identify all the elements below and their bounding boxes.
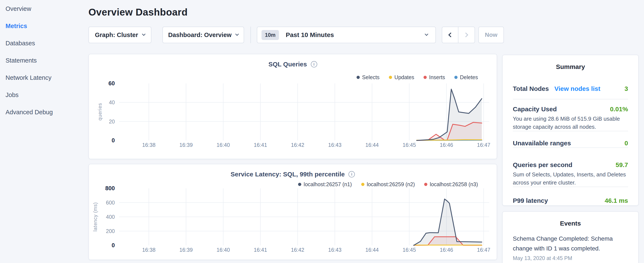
svg-text:200: 200 [106, 228, 115, 234]
event-timestamp: May 13, 2020 at 4:45 PM [513, 255, 628, 261]
svg-text:16:41: 16:41 [254, 247, 267, 253]
svg-text:16:47: 16:47 [477, 142, 490, 148]
svg-text:0: 0 [112, 137, 115, 144]
legend-item: Updates [389, 74, 414, 80]
info-icon[interactable]: i [311, 61, 317, 68]
legend-item: Deletes [454, 74, 478, 80]
legend-item: Selects [356, 74, 380, 80]
summary-row-value: 46.1 ms [605, 196, 628, 205]
graph-scope-dropdown-label: Graph: Cluster [95, 32, 138, 39]
dashboard-dropdown-label: Dashboard: Overview [168, 32, 232, 39]
chart-title: Service Latency: SQL, 99th percentile [231, 171, 345, 178]
next-range-button-disabled[interactable] [458, 27, 474, 43]
summary-row-label: P99 latency [513, 196, 548, 205]
svg-text:16:47: 16:47 [477, 247, 490, 253]
svg-text:16:46: 16:46 [440, 142, 453, 148]
svg-text:0: 0 [112, 242, 115, 248]
time-range-pager [442, 27, 475, 43]
event-list-item[interactable]: Schema Change Completed: Schema change w… [502, 234, 638, 261]
legend-item: Inserts [424, 74, 445, 80]
svg-text:16:39: 16:39 [180, 142, 193, 148]
svg-text:16:43: 16:43 [328, 142, 342, 148]
sidebar-item-metrics[interactable]: Metrics [6, 23, 82, 29]
summary-row-label: Total Nodes [513, 85, 549, 93]
svg-text:16:45: 16:45 [403, 142, 416, 148]
svg-text:16:43: 16:43 [328, 247, 342, 253]
summary-row-value: 59.7 [616, 161, 628, 169]
sidebar: Overview Metrics Databases Statements Ne… [6, 6, 82, 126]
svg-text:40: 40 [109, 99, 115, 105]
time-range-badge: 10m [262, 30, 279, 40]
summary-row-value: 0 [624, 139, 628, 147]
toolbar-divider [250, 27, 251, 43]
sidebar-item-jobs[interactable]: Jobs [6, 92, 82, 98]
sidebar-item-statements[interactable]: Statements [6, 57, 82, 64]
summary-row-capacity-used: Capacity Used 0.01% You are using 28.6 M… [513, 99, 628, 131]
summary-title: Summary [502, 63, 638, 71]
summary-row-label: Capacity Used [513, 105, 557, 113]
time-range-label: Past 10 Minutes [286, 31, 334, 39]
legend-dot-icon [454, 76, 458, 79]
svg-text:16:44: 16:44 [366, 142, 379, 148]
view-nodes-list-link[interactable]: View nodes list [554, 85, 600, 93]
svg-text:16:46: 16:46 [440, 247, 453, 253]
svg-text:16:42: 16:42 [291, 142, 304, 148]
chevron-down-icon [142, 32, 146, 36]
graph-scope-dropdown[interactable]: Graph: Cluster [88, 27, 152, 43]
svg-text:600: 600 [106, 200, 115, 205]
legend-dot-icon [356, 76, 360, 79]
sidebar-item-databases[interactable]: Databases [6, 40, 82, 46]
svg-text:16:39: 16:39 [180, 247, 193, 253]
sidebar-item-network-latency[interactable]: Network Latency [6, 75, 82, 81]
dashboard-dropdown[interactable]: Dashboard: Overview [162, 27, 244, 43]
chevron-down-icon [235, 32, 239, 36]
now-button-disabled[interactable]: Now [478, 27, 504, 43]
svg-text:16:45: 16:45 [403, 247, 416, 253]
summary-row-total-nodes: Total Nodes View nodes list 3 [513, 85, 628, 99]
summary-row-description: Sum of Selects, Updates, Inserts, and De… [513, 170, 628, 187]
svg-text:400: 400 [106, 214, 115, 220]
summary-row-value: 0.01% [610, 105, 628, 113]
time-range-selector[interactable]: 10m Past 10 Minutes [257, 27, 436, 43]
event-text: Schema Change Completed: Schema change w… [513, 234, 628, 253]
summary-row-label: Queries per second [513, 161, 572, 169]
events-title: Events [502, 220, 638, 227]
sql-queries-plot: 16:3816:3916:4016:4116:4216:4316:4416:45… [94, 80, 494, 151]
svg-text:16:40: 16:40 [217, 247, 230, 253]
chart-legend: SelectsUpdatesInsertsDeletes [347, 74, 478, 80]
summary-row-label: Unavailable ranges [513, 139, 571, 147]
summary-row-queries-per-second: Queries per second 59.7 Sum of Selects, … [513, 148, 628, 187]
svg-text:16:38: 16:38 [142, 142, 156, 148]
legend-dot-icon [389, 76, 392, 79]
svg-text:16:38: 16:38 [142, 247, 156, 253]
prev-range-button[interactable] [442, 27, 458, 43]
legend-dot-icon [424, 76, 427, 79]
chart-title: SQL Queries [268, 61, 307, 68]
service-latency-plot: 16:3816:3916:4016:4116:4216:4316:4416:45… [94, 185, 494, 255]
svg-text:16:41: 16:41 [254, 142, 267, 148]
svg-text:20: 20 [109, 119, 115, 124]
events-panel: Events Schema Change Completed: Schema c… [502, 211, 639, 263]
sidebar-item-overview[interactable]: Overview [6, 6, 82, 12]
sidebar-item-advanced-debug[interactable]: Advanced Debug [6, 109, 82, 115]
service-latency-chart-card: Service Latency: SQL, 99th percentile i … [88, 164, 497, 260]
svg-text:800: 800 [105, 185, 115, 191]
now-button-label: Now [485, 32, 497, 38]
chevron-left-icon [448, 33, 453, 38]
chevron-down-icon [425, 32, 428, 36]
summary-panel: Summary Total Nodes View nodes list 3 Ca… [502, 55, 639, 206]
svg-text:16:44: 16:44 [366, 247, 379, 253]
info-icon[interactable]: i [348, 171, 355, 177]
chevron-right-icon [464, 33, 468, 38]
svg-text:16:40: 16:40 [217, 142, 230, 148]
svg-text:60: 60 [108, 80, 115, 87]
sql-queries-chart-card: SQL Queries i SelectsUpdatesInsertsDelet… [88, 54, 497, 159]
page-title: Overview Dashboard [88, 7, 188, 18]
summary-row-p99-latency: P99 latency 46.1 ms [513, 187, 628, 205]
summary-row-value: 3 [624, 85, 628, 93]
summary-row-description: You are using 28.6 MiB of 515.9 GiB usab… [513, 115, 628, 131]
summary-row-unavailable-ranges: Unavailable ranges 0 [513, 131, 628, 148]
svg-text:16:42: 16:42 [291, 247, 304, 253]
